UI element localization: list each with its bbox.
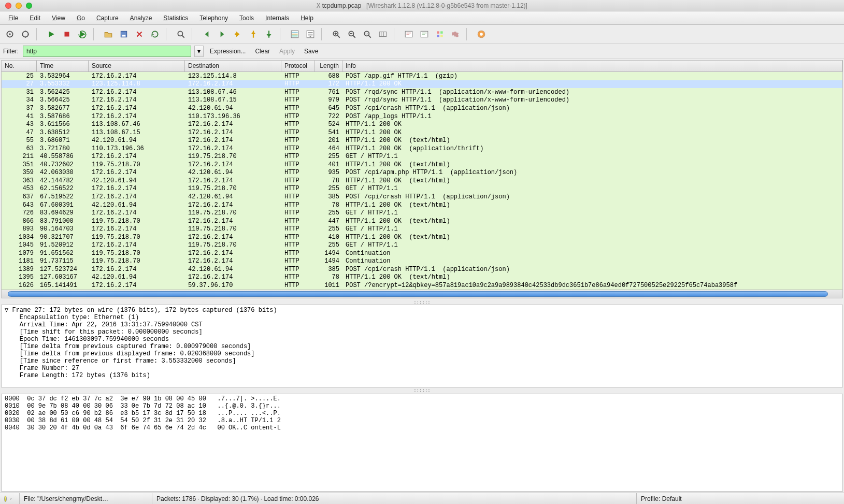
packet-row[interactable]: 413.587686172.16.2.174110.173.196.36HTTP… <box>2 112 842 121</box>
packet-row[interactable]: 63767.519522172.16.2.17442.120.61.94HTTP… <box>2 193 842 201</box>
col-header-destination[interactable]: Destination <box>185 61 281 71</box>
packet-row[interactable]: 343.566425172.16.2.174113.108.67.15HTTP9… <box>2 96 842 105</box>
close-window-button[interactable] <box>5 3 11 9</box>
packet-row[interactable]: 35942.063030172.16.2.17442.120.61.94HTTP… <box>2 169 842 177</box>
filter-expression-button[interactable]: Expression... <box>207 47 249 56</box>
toolbar-stop-icon[interactable] <box>60 27 74 41</box>
menu-telephony[interactable]: Telephony <box>194 13 233 23</box>
packet-row[interactable]: 633.721780110.173.196.36172.16.2.174HTTP… <box>2 145 842 153</box>
packet-row[interactable]: 473.638512113.108.67.15172.16.2.174HTTP5… <box>2 128 842 137</box>
packet-list-hscroll[interactable] <box>2 290 842 298</box>
packet-row[interactable]: 45362.156522172.16.2.174119.75.218.70HTT… <box>2 185 842 193</box>
col-header-length[interactable]: Length <box>314 61 342 71</box>
filter-clear-button[interactable]: Clear <box>252 47 273 56</box>
col-header-protocol[interactable]: Protocol <box>281 61 314 71</box>
packet-list-body[interactable]: 253.532964172.16.2.174123.125.114.8HTTP6… <box>2 72 842 290</box>
packet-row[interactable]: 1395127.60316742.120.61.94172.16.2.174HT… <box>2 273 842 282</box>
menu-analyze[interactable]: Analyze <box>125 13 158 23</box>
toolbar-gofirst-icon[interactable] <box>247 27 260 41</box>
capture-comment-icon[interactable] <box>10 495 12 502</box>
packet-row[interactable]: 1626165.141491172.16.2.17459.37.96.170HT… <box>2 281 842 290</box>
zoom-window-button[interactable] <box>26 3 32 9</box>
menu-bar: FileEditViewGoCaptureAnalyzeStatisticsTe… <box>0 11 844 25</box>
minimize-window-button[interactable] <box>16 3 22 9</box>
filter-dropdown-button[interactable]: ▾ <box>194 46 204 57</box>
menu-file[interactable]: File <box>3 13 23 23</box>
toolbar-golast-icon[interactable] <box>262 27 276 41</box>
packet-bytes-pane[interactable]: 0000 0c 37 dc f2 eb 37 7c a2 3e e7 90 1b… <box>1 394 843 492</box>
packet-row[interactable]: 107991.651562119.75.218.70172.16.2.174HT… <box>2 249 842 257</box>
packet-row[interactable]: 36342.14478242.120.61.94172.16.2.174HTTP… <box>2 177 842 185</box>
menu-go[interactable]: Go <box>71 13 90 23</box>
toolbar-help-icon[interactable] <box>475 27 488 41</box>
toolbar-prefs-icon[interactable] <box>449 27 462 41</box>
menu-tools[interactable]: Tools <box>234 13 259 23</box>
packet-row[interactable]: 89390.164703172.16.2.174119.75.218.70HTT… <box>2 225 842 233</box>
packet-row[interactable]: 433.611566113.108.67.46172.16.2.174HTTP5… <box>2 120 842 128</box>
toolbar-close-icon[interactable] <box>133 27 146 41</box>
col-header-source[interactable]: Source <box>89 61 185 71</box>
toolbar-zoomin-icon[interactable] <box>330 27 343 41</box>
filter-input[interactable] <box>23 46 191 57</box>
packet-row[interactable]: 86683.791000119.75.218.70172.16.2.174HTT… <box>2 217 842 225</box>
toolbar-resize-icon[interactable] <box>376 27 390 41</box>
toolbar-restart-icon[interactable] <box>76 27 89 41</box>
packet-row[interactable]: 35140.732602119.75.218.70172.16.2.174HTT… <box>2 161 842 169</box>
packet-row[interactable]: 373.582677172.16.2.17442.120.61.94HTTP64… <box>2 104 842 112</box>
toolbar-save-icon[interactable] <box>117 27 131 41</box>
packet-row[interactable]: 64367.60039142.120.61.94172.16.2.174HTTP… <box>2 201 842 209</box>
filter-bar: Filter: ▾ Expression... Clear Apply Save <box>0 44 844 59</box>
status-bar: File: "/Users/chengmy/Deskt… Packets: 17… <box>0 493 844 504</box>
packet-details-pane[interactable]: ▽ Frame 27: 172 bytes on wire (1376 bits… <box>1 305 843 387</box>
filter-apply-button[interactable]: Apply <box>276 47 298 56</box>
toolbar-colorize-icon[interactable] <box>288 27 302 41</box>
packet-list-pane: No. Time Source Destination Protocol Len… <box>1 60 843 298</box>
packet-row[interactable]: 104591.520912172.16.2.174119.75.218.70HT… <box>2 241 842 249</box>
menu-help[interactable]: Help <box>295 13 319 23</box>
toolbar-open-icon[interactable] <box>102 27 115 41</box>
packet-row[interactable]: 253.532964172.16.2.174123.125.114.8HTTP6… <box>2 72 842 80</box>
toolbar-zoomout-icon[interactable] <box>345 27 359 41</box>
title-icon: X <box>317 2 320 9</box>
packet-row[interactable]: 553.68607142.120.61.94172.16.2.174HTTP20… <box>2 136 842 145</box>
svg-rect-11 <box>292 35 297 36</box>
toolbar-find-icon[interactable] <box>174 27 188 41</box>
packet-row[interactable]: 21140.558786172.16.2.174119.75.218.70HTT… <box>2 152 842 161</box>
pane-separator[interactable]: :::::: <box>0 299 844 305</box>
menu-view[interactable]: View <box>47 13 70 23</box>
title-file: tcpdump.pcap <box>322 2 361 9</box>
toolbar-start-icon[interactable] <box>45 27 58 41</box>
toolbar-capturefilter-icon[interactable] <box>402 27 416 41</box>
packet-row[interactable]: 273.553332123.125.114.8172.16.2.174HTTP1… <box>2 80 842 89</box>
pane-separator-2[interactable]: :::::: <box>0 387 844 393</box>
svg-rect-3 <box>65 32 69 36</box>
toolbar-options-icon[interactable] <box>19 27 32 41</box>
toolbar-autoscroll-icon[interactable] <box>304 27 317 41</box>
col-header-info[interactable]: Info <box>342 61 842 71</box>
menu-internals[interactable]: Internals <box>260 13 294 23</box>
packet-row[interactable]: 1389127.523724172.16.2.17442.120.61.94HT… <box>2 265 842 273</box>
toolbar-displayfilter-icon[interactable] <box>418 27 431 41</box>
toolbar-goto-icon[interactable] <box>231 27 245 41</box>
menu-edit[interactable]: Edit <box>24 13 46 23</box>
packet-row[interactable]: 313.562425172.16.2.174113.108.67.46HTTP7… <box>2 88 842 96</box>
menu-statistics[interactable]: Statistics <box>158 13 193 23</box>
expert-info-led-icon[interactable] <box>4 496 7 502</box>
svg-point-6 <box>178 31 182 36</box>
menu-capture[interactable]: Capture <box>91 13 124 23</box>
packet-row[interactable]: 103490.321707119.75.218.70172.16.2.174HT… <box>2 233 842 241</box>
toolbar-interfaces-icon[interactable] <box>3 27 17 41</box>
filter-save-button[interactable]: Save <box>301 47 321 56</box>
toolbar-forward-icon[interactable] <box>216 27 229 41</box>
toolbar-coloringrules-icon[interactable] <box>433 27 447 41</box>
toolbar-zoom100-icon[interactable]: 1:1 <box>361 27 374 41</box>
packet-list-header[interactable]: No. Time Source Destination Protocol Len… <box>2 61 842 72</box>
status-profile[interactable]: Profile: Default <box>637 493 844 504</box>
col-header-no[interactable]: No. <box>2 61 37 71</box>
col-header-time[interactable]: Time <box>37 61 89 71</box>
packet-row[interactable]: 118191.737115119.75.218.70172.16.2.174HT… <box>2 257 842 266</box>
svg-text:1:1: 1:1 <box>365 32 370 36</box>
toolbar-reload-icon[interactable] <box>148 27 162 41</box>
packet-row[interactable]: 72683.694629172.16.2.174119.75.218.70HTT… <box>2 209 842 217</box>
toolbar-back-icon[interactable] <box>200 27 213 41</box>
